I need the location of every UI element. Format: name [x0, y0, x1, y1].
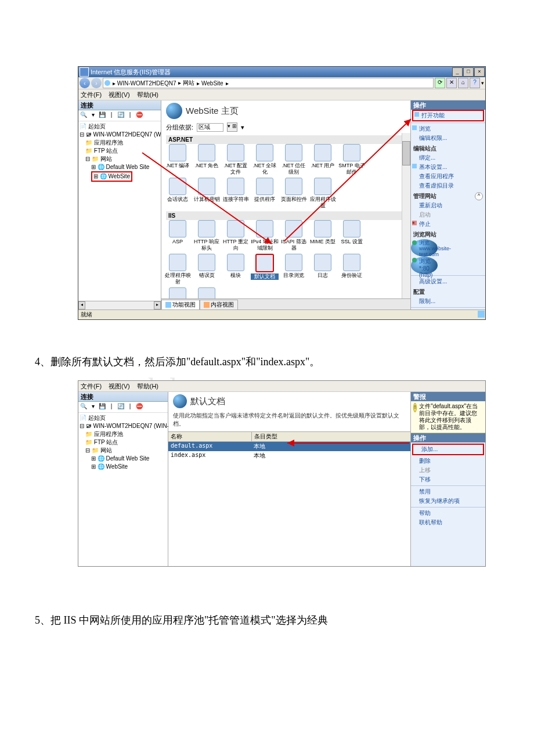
feature-output-cache[interactable]: 输出缓存: [164, 287, 192, 298]
action-start[interactable]: 启动: [411, 210, 485, 219]
feature-net-profile[interactable]: .NET 配置文件: [222, 144, 250, 175]
tree-app-pools[interactable]: 应用程序池: [94, 139, 123, 146]
table-row[interactable]: default.aspx 本地: [168, 442, 410, 451]
menu-view-2[interactable]: 视图(V): [109, 382, 130, 391]
feature-default-doc[interactable]: 默认文档: [251, 254, 279, 285]
maximize-button[interactable]: □: [463, 67, 474, 77]
feature-net-roles[interactable]: .NET 角色: [193, 144, 221, 175]
connections-tree[interactable]: 📄 起始页 ⊟ 🖳 WIN-WOMT2HDEQN7 (WIN-WOMT2 📁 应…: [78, 121, 161, 301]
refresh-tree-icon-2[interactable]: 🔄: [117, 403, 125, 411]
tree2-start-page[interactable]: 起始页: [88, 415, 106, 421]
menu-view[interactable]: 视图(V): [109, 91, 130, 99]
minimize-button[interactable]: _: [452, 67, 463, 77]
tree2-default-site[interactable]: Default Web Site: [106, 455, 150, 462]
collapse-icon[interactable]: ^: [475, 192, 483, 200]
stop-tree-icon[interactable]: ⛔: [135, 111, 143, 120]
feature-appsettings[interactable]: 应用程序设置: [309, 178, 337, 209]
action-limits[interactable]: 限制...: [411, 297, 485, 306]
save-icon-2[interactable]: 💾: [98, 403, 106, 411]
action-advanced[interactable]: 高级设置...: [411, 277, 485, 286]
action-open-feature[interactable]: 打开功能: [412, 110, 484, 121]
tree-default-site[interactable]: Default Web Site: [106, 164, 150, 170]
menu-help[interactable]: 帮助(H): [137, 91, 158, 99]
action-stop[interactable]: 停止: [411, 219, 485, 229]
connect-icon-2[interactable]: 🔍: [80, 403, 88, 411]
connect-icon[interactable]: 🔍: [80, 111, 88, 120]
feature-providers[interactable]: 提供程序: [251, 178, 279, 209]
menu-file-2[interactable]: 文件(F): [81, 382, 102, 391]
tree-server[interactable]: WIN-WOMT2HDEQN7 (WIN-WOMT2: [93, 131, 161, 138]
action-explore[interactable]: 浏览: [411, 124, 485, 134]
action-help-2[interactable]: 帮助: [411, 509, 485, 518]
action-view-vdirs[interactable]: 查看虚拟目录: [411, 181, 485, 190]
action-edit-permissions[interactable]: 编辑权限...: [411, 134, 485, 143]
feature-http-headers[interactable]: HTTP 响应标头: [193, 220, 221, 251]
view-dropdown[interactable]: ▾ ⊞: [227, 123, 237, 132]
refresh-icon[interactable]: ⟳: [435, 78, 445, 88]
action-move-down[interactable]: 下移: [411, 475, 485, 484]
action-browse-2[interactable]: 浏览 *:80 (http): [411, 257, 438, 274]
action-basic-settings[interactable]: 基本设置...: [411, 163, 485, 172]
col-type[interactable]: 条目类型: [252, 432, 291, 441]
action-online-help-2[interactable]: 联机帮助: [411, 518, 485, 527]
tree2-app-pools[interactable]: 应用程序池: [94, 431, 123, 437]
feature-handlers[interactable]: 处理程序映射: [164, 254, 192, 285]
nav-back-button[interactable]: ‹: [80, 78, 90, 88]
stop-tree-icon-2[interactable]: ⛔: [135, 403, 143, 411]
feature-session[interactable]: 会话状态: [164, 178, 192, 209]
feature-ssl[interactable]: SSL 设置: [338, 220, 366, 251]
feature-machinekey[interactable]: 计算机密钥: [193, 178, 221, 209]
action-revert[interactable]: 恢复为继承的项: [411, 496, 485, 506]
action-disable[interactable]: 禁用: [411, 487, 485, 496]
group-by-select[interactable]: [197, 123, 223, 132]
table-row[interactable]: index.aspx 本地: [168, 451, 410, 460]
action-view-apps[interactable]: 查看应用程序: [411, 172, 485, 181]
feature-isapi[interactable]: ISAPI 筛选器: [280, 220, 308, 251]
tree2-ftp[interactable]: FTP 站点: [94, 439, 118, 445]
menu-file[interactable]: 文件(F): [81, 91, 102, 99]
feature-asp[interactable]: ASP: [164, 220, 192, 251]
feature-http-redirect[interactable]: HTTP 重定向: [222, 220, 250, 251]
feature-net-compile[interactable]: .NET 编译: [164, 144, 192, 175]
action-bindings[interactable]: 绑定...: [411, 153, 485, 163]
tree-start-page[interactable]: 起始页: [88, 123, 106, 129]
left-h-scrollbar[interactable]: ◂▸: [78, 301, 161, 309]
action-restart[interactable]: 重新启动: [411, 201, 485, 210]
feature-mime[interactable]: MIME 类型: [309, 220, 337, 251]
tree-sites[interactable]: 网站: [100, 156, 112, 162]
feature-logging[interactable]: 日志: [309, 254, 337, 285]
tree-ftp[interactable]: FTP 站点: [94, 147, 118, 154]
feature-pages[interactable]: 页面和控件: [280, 178, 308, 209]
tree-website[interactable]: WebSite: [109, 173, 131, 179]
breadcrumb[interactable]: ▸ WIN-WOMT2HDEQN7 ▸ 网站 ▸ WebSite ▸: [103, 78, 434, 88]
stop-icon[interactable]: ✕: [446, 78, 457, 88]
tree2-sites[interactable]: 网站: [100, 447, 112, 453]
action-remove[interactable]: 删除: [411, 456, 485, 466]
feature-net-trust[interactable]: .NET 信任级别: [280, 144, 308, 175]
action-help[interactable]: 帮助: [411, 309, 485, 309]
col-name[interactable]: 名称: [168, 432, 252, 441]
action-move-up[interactable]: 上移: [411, 466, 485, 475]
action-add[interactable]: 添加...: [412, 444, 484, 455]
tab-content-view[interactable]: 内容视图: [200, 300, 238, 309]
feature-modules[interactable]: 模块: [222, 254, 250, 285]
feature-connstr[interactable]: 连接字符串: [222, 178, 250, 209]
feature-error-pages[interactable]: 错误页: [193, 254, 221, 285]
feature-auth[interactable]: 身份验证: [338, 254, 366, 285]
tree2-website[interactable]: WebSite: [106, 463, 128, 470]
nav-forward-button[interactable]: ›: [91, 78, 102, 88]
refresh-tree-icon[interactable]: 🔄: [117, 111, 125, 120]
feature-net-global[interactable]: .NET 全球化: [251, 144, 279, 175]
feature-net-users[interactable]: .NET 用户: [309, 144, 337, 175]
home-icon[interactable]: ⌂: [458, 78, 468, 88]
tab-feature-view[interactable]: 功能视图: [161, 300, 200, 309]
feature-directory-browsing[interactable]: 目录浏览: [280, 254, 308, 285]
menu-help-2[interactable]: 帮助(H): [137, 382, 158, 391]
feature-ipv4[interactable]: IPv4 地址和域限制: [251, 220, 279, 251]
connections-tree-2[interactable]: 📄 起始页 ⊟ 🖳 WIN-WOMT2HDEQN7 (WIN-WOMT2 📁 应…: [78, 413, 168, 472]
feature-smtp[interactable]: SMTP 电子邮件: [338, 144, 366, 175]
action-browse-1[interactable]: 浏览 www.website-test.com on *:80 (http): [411, 239, 438, 257]
help-icon[interactable]: ?: [470, 78, 480, 88]
feature-compression[interactable]: 压缩: [193, 287, 221, 298]
mid-v-scrollbar[interactable]: [402, 133, 410, 298]
